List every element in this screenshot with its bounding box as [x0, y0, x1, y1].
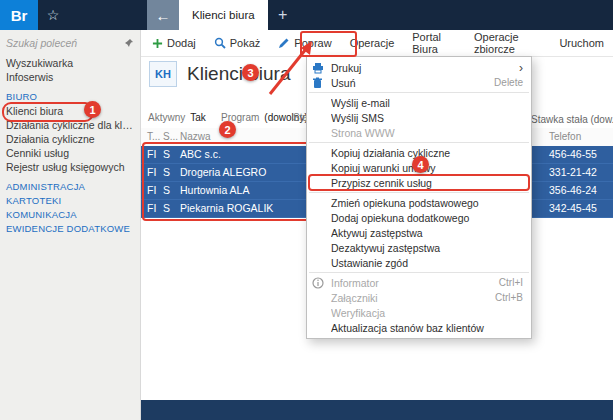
menu-item-strona-www[interactable]: Strona WWW: [307, 125, 531, 140]
menu-item-zalaczniki[interactable]: ZałącznikiCtrl+B: [307, 290, 531, 305]
toolbar-dodaj[interactable]: Dodaj: [143, 30, 205, 56]
filter-value: Tak: [190, 112, 206, 123]
sidebar-item-infoserwis[interactable]: Infoserwis: [0, 70, 140, 84]
search-icon: [214, 37, 226, 49]
sidebar-item-dzialania-cykliczne[interactable]: Działania cykliczne: [0, 132, 140, 146]
filter-label: Aktywny: [148, 112, 185, 123]
menu-separator: [309, 272, 529, 273]
filter-stawka-stala[interactable]: Stawka stała (dow...: [531, 114, 613, 125]
titlebar: Br ☆ ← Klienci biura +: [0, 0, 613, 30]
sidebar-item-wyszukiwarka[interactable]: Wyszukiwarka: [0, 56, 140, 70]
sidebar-section-ewidencje-dodatkowe[interactable]: EWIDENCJE DODATKOWE: [0, 222, 140, 236]
menu-separator: [309, 142, 529, 143]
toolbar-label-dodaj: Dodaj: [167, 37, 196, 49]
plus-icon: [152, 38, 163, 49]
annotation-step-2: 2: [219, 121, 236, 138]
menu-item-label: Strona WWW: [331, 127, 523, 139]
menu-separator: [309, 192, 529, 193]
menu-item-label: Kopiuj działania cykliczne: [331, 147, 523, 159]
toolbar-uruchom[interactable]: Uruchom: [550, 30, 613, 56]
filter-aktywny[interactable]: AktywnyTak: [148, 112, 206, 123]
titlebar-spacer: [68, 0, 147, 30]
operacje-dropdown-menu: Drukuj›UsuńDeleteWyślij e-mailWyślij SMS…: [306, 56, 532, 339]
submenu-arrow-icon: ›: [519, 62, 523, 74]
menu-item-dezaktywuj-zastepstwa[interactable]: Dezaktywuj zastępstwa: [307, 240, 531, 255]
status-bar: [141, 400, 613, 420]
sidebar-nav: WyszukiwarkaInfoserwisBIUROKlienci biura…: [0, 56, 140, 236]
menu-item-wyslij-e-mail[interactable]: Wyślij e-mail: [307, 95, 531, 110]
menu-item-label: Drukuj: [331, 62, 511, 74]
annotation-rect-rows: [142, 142, 310, 221]
menu-item-label: Zmień opiekuna podstawowego: [331, 197, 523, 209]
sidebar-section-kartoteki[interactable]: KARTOTEKI: [0, 194, 140, 208]
back-button[interactable]: ←: [147, 0, 179, 30]
toolbar-label-uruchom: Uruchom: [559, 37, 604, 49]
menu-item-usun[interactable]: UsuńDelete: [307, 75, 531, 90]
annotation-step-3: 3: [242, 64, 259, 81]
annotation-step-1: 1: [84, 101, 101, 118]
favorites-star-icon[interactable]: ☆: [38, 0, 68, 30]
menu-item-label: Usuń: [331, 77, 486, 89]
command-search[interactable]: Szukaj poleceń: [0, 30, 140, 56]
menu-item-label: Aktywuj zastępstwa: [331, 227, 523, 239]
info-icon: [312, 277, 331, 289]
menu-shortcut: Ctrl+B: [495, 292, 523, 303]
menu-item-label: Wyślij e-mail: [331, 97, 523, 109]
menu-item-label: Ustawianie zgód: [331, 257, 523, 269]
column-header-telefon[interactable]: Telefon: [549, 128, 581, 146]
menu-item-label: Wyślij SMS: [331, 112, 523, 124]
toolbar-operacje-zbiorcze[interactable]: Operacje zbiorcze: [465, 30, 550, 56]
toolbar-portal-biura[interactable]: Portal Biura: [403, 30, 465, 56]
sidebar: Szukaj poleceń WyszukiwarkaInfoserwisBIU…: [0, 30, 141, 420]
menu-item-label: Informator: [331, 277, 491, 289]
menu-item-label: Dezaktywuj zastępstwa: [331, 242, 523, 254]
menu-item-ustawianie-zgod[interactable]: Ustawianie zgód: [307, 255, 531, 270]
toolbar: DodajPokażPoprawOperacjePortal BiuraOper…: [141, 30, 613, 57]
toolbar-label-portal-biura: Portal Biura: [412, 31, 456, 55]
annotation-arrow: [250, 36, 325, 98]
menu-item-zmien-opiekuna-podstawowego[interactable]: Zmień opiekuna podstawowego: [307, 195, 531, 210]
new-tab-button[interactable]: +: [268, 0, 298, 30]
app-logo: Br: [0, 0, 38, 30]
cell-phone: 331-21-42: [549, 164, 597, 181]
cell-phone: 456-46-55: [549, 146, 597, 163]
menu-item-label: Aktualizacja stanów baz klientów: [331, 322, 523, 334]
menu-item-dodaj-opiekuna-dodatkowego[interactable]: Dodaj opiekuna dodatkowego: [307, 210, 531, 225]
menu-shortcut: Ctrl+I: [499, 277, 523, 288]
toolbar-label-operacje-zbiorcze: Operacje zbiorcze: [474, 31, 541, 55]
menu-item-drukuj[interactable]: Drukuj›: [307, 60, 531, 75]
sidebar-section-administracja[interactable]: ADMINISTRACJA: [0, 180, 140, 194]
menu-item-label: Dodaj opiekuna dodatkowego: [331, 212, 523, 224]
menu-separator: [309, 92, 529, 93]
menu-item-label: Przypisz cennik usług: [331, 177, 523, 189]
module-badge: KH: [149, 61, 177, 87]
menu-item-weryfikacja[interactable]: Weryfikacja: [307, 305, 531, 320]
menu-item-aktualizacja-stanow-baz-klientow[interactable]: Aktualizacja stanów baz klientów: [307, 320, 531, 335]
annotation-step-4: 4: [412, 156, 429, 173]
sidebar-item-cenniki-uslug[interactable]: Cenniki usług: [0, 146, 140, 160]
app-window: Br ☆ ← Klienci biura + Szukaj poleceń Wy…: [0, 0, 613, 420]
menu-item-label: Weryfikacja: [331, 307, 523, 319]
cell-phone: 356-46-24: [549, 182, 597, 199]
menu-item-informator[interactable]: InformatorCtrl+I: [307, 275, 531, 290]
pin-icon[interactable]: [124, 38, 134, 48]
cell-phone: 342-45-45: [549, 200, 597, 217]
menu-item-aktywuj-zastepstwa[interactable]: Aktywuj zastępstwa: [307, 225, 531, 240]
menu-item-label: Załączniki: [331, 292, 487, 304]
menu-shortcut: Delete: [494, 77, 523, 88]
tab-klienci-biura[interactable]: Klienci biura: [179, 0, 268, 30]
sidebar-section-komunikacja[interactable]: KOMUNIKACJA: [0, 208, 140, 222]
annotation-oval-klienci-biura: [2, 102, 94, 122]
sidebar-item-rejestr-uslug-ksiegowych[interactable]: Rejestr usług księgowych: [0, 160, 140, 174]
search-placeholder: Szukaj poleceń: [6, 37, 124, 49]
menu-item-wyslij-sms[interactable]: Wyślij SMS: [307, 110, 531, 125]
menu-item-przypisz-cennik-uslug[interactable]: Przypisz cennik usług: [307, 175, 531, 190]
